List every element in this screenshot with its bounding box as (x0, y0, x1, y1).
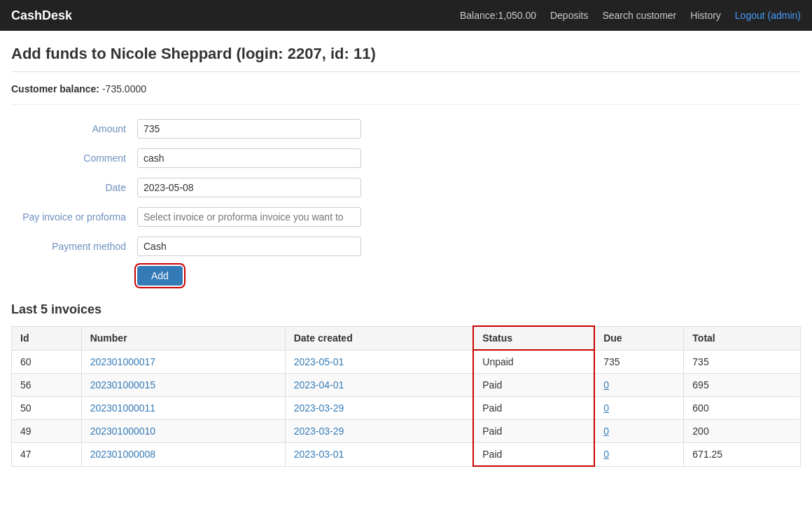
history-link[interactable]: History (690, 10, 721, 21)
due-link[interactable]: 0 (603, 402, 609, 414)
invoice-number-link[interactable]: 202301000017 (90, 356, 155, 367)
customer-balance-value: -735.0000 (102, 83, 146, 94)
cell-status: Paid (473, 443, 594, 467)
comment-label: Comment (11, 153, 137, 164)
cell-due: 0 (594, 420, 684, 443)
table-row: 60 202301000017 2023-05-01 Unpaid 735 73… (12, 350, 801, 374)
cell-number: 202301000015 (81, 374, 285, 397)
date-value: 2023-03-01 (294, 449, 344, 460)
cell-id: 56 (12, 374, 82, 397)
balance-display: Balance:1,050.00 (460, 10, 536, 21)
cell-date: 2023-03-29 (285, 420, 473, 443)
due-link[interactable]: 0 (603, 449, 609, 460)
cell-status: Unpaid (473, 350, 594, 374)
date-value: 2023-05-01 (294, 356, 344, 367)
comment-input[interactable] (137, 148, 361, 168)
cell-number: 202301000011 (81, 397, 285, 420)
cell-id: 49 (12, 420, 82, 443)
search-customer-link[interactable]: Search customer (602, 10, 676, 21)
invoices-section: Last 5 invoices Id Number Date created S… (11, 302, 801, 467)
payment-label: Payment method (11, 241, 137, 252)
cell-due: 735 (594, 350, 684, 374)
table-row: 49 202301000010 2023-03-29 Paid 0 200 (12, 420, 801, 443)
customer-balance-label: Customer balance: (11, 83, 99, 94)
cell-due: 0 (594, 374, 684, 397)
col-id: Id (12, 326, 82, 350)
date-value: 2023-03-29 (294, 426, 344, 437)
due-link[interactable]: 0 (603, 426, 609, 437)
balance-label: Balance: (460, 10, 498, 21)
cell-id: 47 (12, 443, 82, 467)
date-row: Date (11, 178, 801, 197)
cell-total: 695 (684, 374, 801, 397)
payment-row: Payment method (11, 237, 801, 256)
cell-number: 202301000008 (81, 443, 285, 467)
invoices-title: Last 5 invoices (11, 302, 801, 317)
invoice-number-link[interactable]: 202301000008 (90, 449, 155, 460)
invoice-number-link[interactable]: 202301000011 (90, 402, 155, 414)
amount-label: Amount (11, 123, 137, 134)
cell-total: 671.25 (684, 443, 801, 467)
brand-logo: CashDesk (11, 8, 72, 23)
table-row: 56 202301000015 2023-04-01 Paid 0 695 (12, 374, 801, 397)
col-due: Due (594, 326, 684, 350)
amount-row: Amount (11, 119, 801, 139)
cell-status: Paid (473, 397, 594, 420)
cell-total: 600 (684, 397, 801, 420)
date-label: Date (11, 182, 137, 193)
table-row: 47 202301000008 2023-03-01 Paid 0 671.25 (12, 443, 801, 467)
header: CashDesk Balance:1,050.00 Deposits Searc… (0, 0, 812, 31)
cell-total: 200 (684, 420, 801, 443)
cell-date: 2023-03-01 (285, 443, 473, 467)
add-button[interactable]: Add (137, 266, 183, 286)
date-value: 2023-04-01 (294, 379, 344, 391)
cell-id: 50 (12, 397, 82, 420)
cell-number: 202301000010 (81, 420, 285, 443)
add-button-row: Add (137, 266, 801, 286)
invoice-number-link[interactable]: 202301000010 (90, 426, 155, 437)
invoices-table: Id Number Date created Status Due Total … (11, 325, 801, 467)
cell-status: Paid (473, 374, 594, 397)
invoice-row: Pay invoice or proforma (11, 207, 801, 227)
col-status: Status (473, 326, 594, 350)
col-number: Number (81, 326, 285, 350)
cell-number: 202301000017 (81, 350, 285, 374)
col-total: Total (684, 326, 801, 350)
invoice-input[interactable] (137, 207, 361, 227)
cell-date: 2023-05-01 (285, 350, 473, 374)
date-input[interactable] (137, 178, 361, 197)
col-date-created: Date created (285, 326, 473, 350)
amount-input[interactable] (137, 119, 361, 139)
payment-input[interactable] (137, 237, 361, 256)
logout-link[interactable]: Logout (admin) (735, 10, 801, 21)
invoice-label: Pay invoice or proforma (11, 211, 137, 223)
invoice-number-link[interactable]: 202301000015 (90, 379, 155, 391)
table-row: 50 202301000011 2023-03-29 Paid 0 600 (12, 397, 801, 420)
cell-date: 2023-04-01 (285, 374, 473, 397)
comment-row: Comment (11, 148, 801, 168)
table-header-row: Id Number Date created Status Due Total (12, 326, 801, 350)
cell-total: 735 (684, 350, 801, 374)
cell-date: 2023-03-29 (285, 397, 473, 420)
date-value: 2023-03-29 (294, 402, 344, 414)
cell-due: 0 (594, 397, 684, 420)
balance-value: 1,050.00 (498, 10, 536, 21)
main-content: Add funds to Nicole Sheppard (login: 220… (0, 31, 812, 481)
page-title: Add funds to Nicole Sheppard (login: 220… (11, 45, 801, 72)
customer-balance-section: Customer balance: -735.0000 (11, 83, 801, 105)
deposits-link[interactable]: Deposits (550, 10, 588, 21)
cell-id: 60 (12, 350, 82, 374)
due-link[interactable]: 0 (603, 379, 609, 391)
add-funds-form: Amount Comment Date Pay invoice or profo… (11, 119, 801, 286)
cell-due: 0 (594, 443, 684, 467)
cell-status: Paid (473, 420, 594, 443)
header-nav: Balance:1,050.00 Deposits Search custome… (460, 10, 801, 21)
